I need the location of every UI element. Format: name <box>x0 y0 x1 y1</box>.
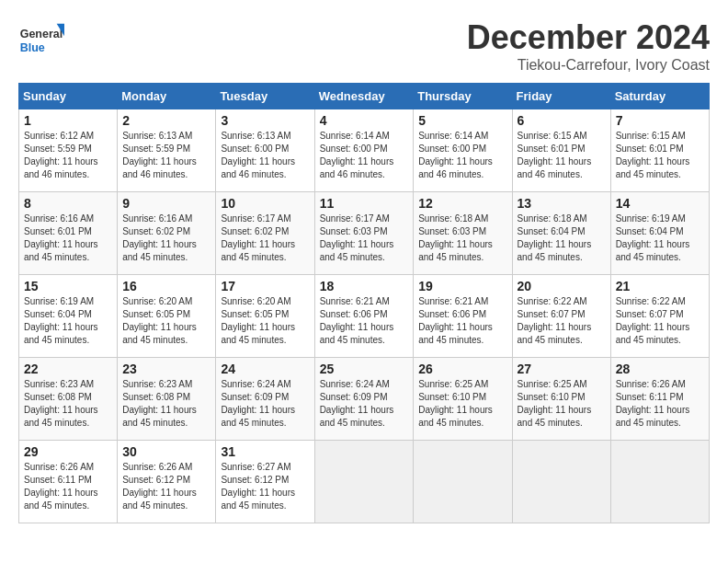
weekday-header-sunday: Sunday <box>19 84 118 109</box>
calendar-cell: 15 Sunrise: 6:19 AM Sunset: 6:04 PM Dayl… <box>19 275 118 358</box>
calendar-cell: 7 Sunrise: 6:15 AM Sunset: 6:01 PM Dayli… <box>610 109 709 192</box>
calendar-cell: 14 Sunrise: 6:19 AM Sunset: 6:04 PM Dayl… <box>610 192 709 275</box>
day-number: 1 <box>24 113 112 128</box>
day-info: Sunrise: 6:25 AM Sunset: 6:10 PM Dayligh… <box>418 378 506 430</box>
day-info: Sunrise: 6:16 AM Sunset: 6:01 PM Dayligh… <box>24 213 112 264</box>
day-info: Sunrise: 6:17 AM Sunset: 6:03 PM Dayligh… <box>320 213 409 264</box>
week-row-5: 29 Sunrise: 6:26 AM Sunset: 6:11 PM Dayl… <box>19 441 710 523</box>
day-number: 7 <box>616 113 704 128</box>
day-info: Sunrise: 6:21 AM Sunset: 6:06 PM Dayligh… <box>418 295 506 347</box>
calendar-cell <box>610 441 709 523</box>
calendar-cell: 12 Sunrise: 6:18 AM Sunset: 6:03 PM Dayl… <box>414 192 512 275</box>
svg-text:General: General <box>20 28 63 40</box>
day-number: 9 <box>122 196 210 211</box>
day-info: Sunrise: 6:27 AM Sunset: 6:12 PM Dayligh… <box>221 461 309 512</box>
day-number: 30 <box>122 444 210 459</box>
day-number: 16 <box>122 279 210 293</box>
weekday-header-tuesday: Tuesday <box>216 84 314 109</box>
day-number: 24 <box>221 362 309 376</box>
day-number: 15 <box>24 279 112 293</box>
calendar-cell: 28 Sunrise: 6:26 AM Sunset: 6:11 PM Dayl… <box>610 358 709 441</box>
weekday-header-saturday: Saturday <box>610 84 709 109</box>
week-row-4: 22 Sunrise: 6:23 AM Sunset: 6:08 PM Dayl… <box>19 358 710 441</box>
calendar-cell: 1 Sunrise: 6:12 AM Sunset: 5:59 PM Dayli… <box>19 109 118 192</box>
day-info: Sunrise: 6:22 AM Sunset: 6:07 PM Dayligh… <box>616 295 704 347</box>
day-number: 26 <box>418 362 506 376</box>
logo-svg: General Blue <box>18 18 64 64</box>
day-info: Sunrise: 6:26 AM Sunset: 6:11 PM Dayligh… <box>24 461 112 512</box>
calendar-cell: 25 Sunrise: 6:24 AM Sunset: 6:09 PM Dayl… <box>314 358 414 441</box>
day-info: Sunrise: 6:15 AM Sunset: 6:01 PM Dayligh… <box>518 130 606 181</box>
week-row-1: 1 Sunrise: 6:12 AM Sunset: 5:59 PM Dayli… <box>19 109 710 192</box>
day-number: 31 <box>221 444 309 459</box>
day-number: 18 <box>320 279 409 293</box>
calendar-cell: 23 Sunrise: 6:23 AM Sunset: 6:08 PM Dayl… <box>118 358 216 441</box>
day-number: 17 <box>221 279 309 293</box>
calendar-cell: 13 Sunrise: 6:18 AM Sunset: 6:04 PM Dayl… <box>512 192 610 275</box>
day-info: Sunrise: 6:18 AM Sunset: 6:03 PM Dayligh… <box>418 213 506 264</box>
day-info: Sunrise: 6:21 AM Sunset: 6:06 PM Dayligh… <box>320 295 409 347</box>
calendar-cell <box>512 441 610 523</box>
calendar-cell: 21 Sunrise: 6:22 AM Sunset: 6:07 PM Dayl… <box>610 275 709 358</box>
day-info: Sunrise: 6:19 AM Sunset: 6:04 PM Dayligh… <box>24 295 112 347</box>
day-number: 27 <box>518 362 606 376</box>
day-info: Sunrise: 6:14 AM Sunset: 6:00 PM Dayligh… <box>320 130 409 181</box>
calendar-cell: 16 Sunrise: 6:20 AM Sunset: 6:05 PM Dayl… <box>118 275 216 358</box>
day-info: Sunrise: 6:23 AM Sunset: 6:08 PM Dayligh… <box>24 378 112 430</box>
calendar-cell: 24 Sunrise: 6:24 AM Sunset: 6:09 PM Dayl… <box>216 358 314 441</box>
day-number: 6 <box>518 113 606 128</box>
location-title: Tiekou-Carrefour, Ivory Coast <box>467 57 710 74</box>
day-info: Sunrise: 6:19 AM Sunset: 6:04 PM Dayligh… <box>616 213 704 264</box>
day-number: 10 <box>221 196 309 211</box>
week-row-3: 15 Sunrise: 6:19 AM Sunset: 6:04 PM Dayl… <box>19 275 710 358</box>
day-info: Sunrise: 6:20 AM Sunset: 6:05 PM Dayligh… <box>221 295 309 347</box>
day-number: 11 <box>320 196 409 211</box>
calendar-cell: 17 Sunrise: 6:20 AM Sunset: 6:05 PM Dayl… <box>216 275 314 358</box>
day-number: 20 <box>518 279 606 293</box>
calendar-cell: 20 Sunrise: 6:22 AM Sunset: 6:07 PM Dayl… <box>512 275 610 358</box>
calendar-cell: 19 Sunrise: 6:21 AM Sunset: 6:06 PM Dayl… <box>414 275 512 358</box>
day-info: Sunrise: 6:22 AM Sunset: 6:07 PM Dayligh… <box>518 295 606 347</box>
day-info: Sunrise: 6:26 AM Sunset: 6:12 PM Dayligh… <box>122 461 210 512</box>
day-number: 23 <box>122 362 210 376</box>
day-info: Sunrise: 6:26 AM Sunset: 6:11 PM Dayligh… <box>616 378 704 430</box>
weekday-header-row: SundayMondayTuesdayWednesdayThursdayFrid… <box>19 84 710 109</box>
day-info: Sunrise: 6:18 AM Sunset: 6:04 PM Dayligh… <box>518 213 606 264</box>
calendar-cell <box>414 441 512 523</box>
day-info: Sunrise: 6:24 AM Sunset: 6:09 PM Dayligh… <box>221 378 309 430</box>
day-number: 3 <box>221 113 309 128</box>
day-info: Sunrise: 6:20 AM Sunset: 6:05 PM Dayligh… <box>122 295 210 347</box>
day-number: 2 <box>122 113 210 128</box>
title-area: December 2024 Tiekou-Carrefour, Ivory Co… <box>467 18 710 74</box>
day-number: 21 <box>616 279 704 293</box>
day-number: 19 <box>418 279 506 293</box>
day-info: Sunrise: 6:15 AM Sunset: 6:01 PM Dayligh… <box>616 130 704 181</box>
calendar-cell: 5 Sunrise: 6:14 AM Sunset: 6:00 PM Dayli… <box>414 109 512 192</box>
day-number: 28 <box>616 362 704 376</box>
weekday-header-thursday: Thursday <box>414 84 512 109</box>
day-number: 4 <box>320 113 409 128</box>
day-number: 14 <box>616 196 704 211</box>
calendar-table: SundayMondayTuesdayWednesdayThursdayFrid… <box>18 83 710 523</box>
calendar-cell: 4 Sunrise: 6:14 AM Sunset: 6:00 PM Dayli… <box>314 109 414 192</box>
calendar-cell: 2 Sunrise: 6:13 AM Sunset: 5:59 PM Dayli… <box>118 109 216 192</box>
day-number: 22 <box>24 362 112 376</box>
calendar-cell: 6 Sunrise: 6:15 AM Sunset: 6:01 PM Dayli… <box>512 109 610 192</box>
day-number: 13 <box>518 196 606 211</box>
calendar-cell: 3 Sunrise: 6:13 AM Sunset: 6:00 PM Dayli… <box>216 109 314 192</box>
calendar-cell: 18 Sunrise: 6:21 AM Sunset: 6:06 PM Dayl… <box>314 275 414 358</box>
weekday-header-wednesday: Wednesday <box>314 84 414 109</box>
calendar-cell: 29 Sunrise: 6:26 AM Sunset: 6:11 PM Dayl… <box>19 441 118 523</box>
day-info: Sunrise: 6:13 AM Sunset: 6:00 PM Dayligh… <box>221 130 309 181</box>
day-number: 5 <box>418 113 506 128</box>
calendar-cell: 8 Sunrise: 6:16 AM Sunset: 6:01 PM Dayli… <box>19 192 118 275</box>
week-row-2: 8 Sunrise: 6:16 AM Sunset: 6:01 PM Dayli… <box>19 192 710 275</box>
calendar-cell: 26 Sunrise: 6:25 AM Sunset: 6:10 PM Dayl… <box>414 358 512 441</box>
calendar-cell <box>314 441 414 523</box>
calendar-cell: 30 Sunrise: 6:26 AM Sunset: 6:12 PM Dayl… <box>118 441 216 523</box>
header: General Blue December 2024 Tiekou-Carref… <box>18 18 710 74</box>
calendar-cell: 10 Sunrise: 6:17 AM Sunset: 6:02 PM Dayl… <box>216 192 314 275</box>
day-number: 8 <box>24 196 112 211</box>
day-info: Sunrise: 6:14 AM Sunset: 6:00 PM Dayligh… <box>418 130 506 181</box>
calendar-cell: 27 Sunrise: 6:25 AM Sunset: 6:10 PM Dayl… <box>512 358 610 441</box>
